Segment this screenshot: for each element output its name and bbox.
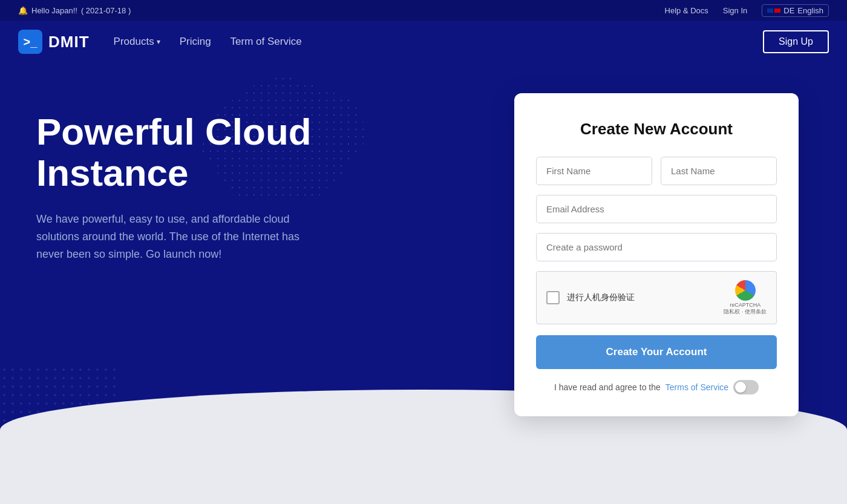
logo-link[interactable]: >_ DMIT — [18, 30, 90, 54]
bell-icon: 🔔 — [18, 6, 28, 15]
toggle-slider — [733, 380, 759, 394]
main-nav: >_ DMIT Products ▾ Pricing Term of Servi… — [0, 21, 847, 63]
lang-code: DE — [783, 6, 794, 15]
recaptcha-logo — [735, 280, 756, 301]
signin-link[interactable]: Sign In — [723, 6, 747, 15]
nav-links: Products ▾ Pricing Term of Service — [114, 36, 764, 48]
captcha-brand: reCAPTCHA 隐私权 · 使用条款 — [724, 280, 767, 315]
nav-pricing[interactable]: Pricing — [180, 36, 211, 48]
hero-content: Powerful Cloud Instance We have powerful… — [0, 63, 363, 287]
hero-section: Powerful Cloud Instance We have powerful… — [0, 63, 847, 504]
top-bar: 🔔 Hello Japan!! ( 2021-07-18 ) Help & Do… — [0, 0, 847, 21]
captcha-brand-text: reCAPTCHA 隐私权 · 使用条款 — [724, 302, 767, 315]
terms-prefix-text: I have read and agree to the — [554, 382, 661, 392]
captcha-label: 进行人机身份验证 — [567, 292, 716, 303]
hero-title: Powerful Cloud Instance — [36, 111, 327, 194]
lang-label: English — [797, 6, 823, 15]
logo-text: DMIT — [48, 33, 90, 51]
flag-blue — [767, 8, 773, 13]
last-name-input[interactable] — [661, 157, 777, 185]
captcha-box[interactable]: 进行人机身份验证 reCAPTCHA 隐私权 · 使用条款 — [536, 271, 777, 324]
email-input[interactable] — [536, 195, 777, 223]
terms-toggle[interactable] — [733, 380, 759, 394]
hero-subtitle: We have powerful, easy to use, and affor… — [36, 211, 327, 263]
terms-of-service-link[interactable]: Terms of Service — [666, 382, 728, 392]
password-input[interactable] — [536, 233, 777, 261]
terms-row: I have read and agree to the Terms of Se… — [536, 380, 777, 394]
signup-form-card: Create New Account 进行人机身份验证 reCAPTCHA 隐私… — [514, 93, 799, 416]
first-name-input[interactable] — [536, 157, 652, 185]
flag-red — [774, 8, 780, 13]
flag-icon — [767, 8, 780, 13]
announcement-text: Hello Japan!! — [31, 6, 77, 15]
signup-button[interactable]: Sign Up — [763, 30, 829, 53]
chevron-down-icon: ▾ — [157, 38, 160, 46]
announcement-date: ( 2021-07-18 ) — [81, 6, 131, 15]
top-bar-right: Help & Docs Sign In DE English — [665, 4, 829, 17]
announcement-area: 🔔 Hello Japan!! ( 2021-07-18 ) — [18, 6, 131, 15]
nav-products[interactable]: Products ▾ — [114, 36, 160, 48]
create-account-button[interactable]: Create Your Account — [536, 335, 777, 369]
logo-icon: >_ — [18, 30, 42, 54]
nav-terms[interactable]: Term of Service — [231, 36, 302, 48]
captcha-checkbox[interactable] — [546, 291, 560, 304]
language-selector[interactable]: DE English — [762, 4, 829, 17]
name-row — [536, 157, 777, 185]
form-title: Create New Account — [536, 120, 777, 139]
help-docs-link[interactable]: Help & Docs — [665, 6, 708, 15]
